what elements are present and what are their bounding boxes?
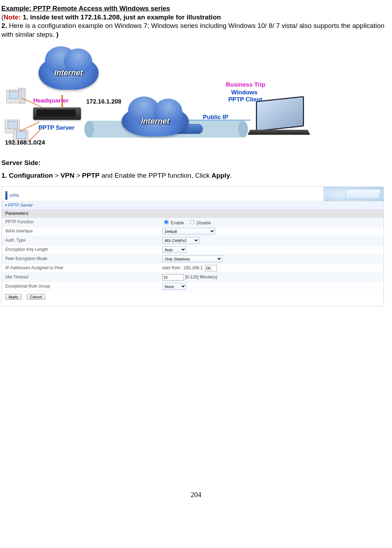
subnet-label: 192.168.1.0/24 (5, 139, 45, 147)
step-1: 1. Configuration > VPN > PPTP and Enable… (1, 171, 391, 180)
business-trip-label: Business Trip (226, 81, 265, 89)
note-1-num: 1. (21, 13, 28, 21)
cloud-label: Internet (54, 68, 83, 78)
input-ip-start[interactable] (205, 265, 217, 271)
step-apply: Apply (211, 172, 230, 179)
example-title: Example: PPTP Remote Access with Windows… (1, 5, 170, 12)
apply-button[interactable]: Apply (5, 294, 22, 300)
note-2-num: 2. (1, 22, 9, 29)
header-graphic-icon (323, 187, 384, 201)
cloud-label: Internet (141, 116, 170, 126)
label-ip-assigned: IP Addresses Assigned to Peer (2, 264, 161, 272)
ip-prefix: start from : 192.168.1. (162, 265, 204, 271)
router-icon (33, 107, 81, 120)
note-2-close: ) (56, 31, 58, 38)
select-peer-encryption[interactable]: Only Stateless (162, 255, 222, 262)
note-1-text: inside test with 172.16.1.208, just an e… (28, 13, 221, 21)
radio-enable-input[interactable] (164, 220, 169, 224)
radio-enable-label: Enable (171, 220, 184, 225)
row-peer-encryption: Peer Encryption Mode Only Stateless (2, 254, 384, 264)
step-pptp: PPTP (82, 172, 100, 179)
label-peer-encryption: Peer Encryption Mode (2, 255, 161, 263)
row-ip-assigned: IP Addresses Assigned to Peer start from… (2, 264, 384, 273)
radio-enable[interactable]: Enable (162, 219, 184, 226)
input-idle-timeout[interactable] (162, 274, 184, 281)
page-number: 204 (1, 490, 391, 499)
breadcrumb-sep: > (53, 172, 61, 179)
row-auth-type: Auth. Type MS-CHAPv2 (2, 236, 384, 245)
panel-buttons: Apply Cancel (2, 291, 384, 306)
label-wan-interface: WAN Interface (2, 228, 161, 235)
laptop-icon (249, 99, 309, 137)
step-vpn: VPN (60, 172, 74, 179)
row-encryption-length: Encryption Key Length Auto (2, 245, 384, 254)
step-rest: and Enable the PPTP function, Click (100, 172, 212, 179)
select-exception-group[interactable]: None (162, 283, 186, 290)
label-encryption-length: Encryption Key Length (2, 246, 161, 254)
label-exception-group: Exceptional Rule Group (2, 283, 161, 290)
headquarter-label: Headquarter (33, 97, 69, 105)
public-ip-label: 172.16.1.208 (86, 98, 121, 106)
radio-disable[interactable]: Disable (188, 219, 211, 226)
idle-suffix: [0-120] Minute(s) (185, 275, 217, 280)
radio-disable-input[interactable] (190, 220, 194, 224)
label-auth-type: Auth. Type (2, 237, 161, 244)
select-wan-interface[interactable]: Default (162, 228, 215, 235)
panel-title: VPN (10, 193, 19, 199)
label-pptp-function: PPTP Function (2, 218, 161, 226)
radio-disable-label: Disable (197, 220, 211, 225)
row-idle-timeout: Idle Timeout [0-120] Minute(s) (2, 273, 384, 282)
internet-cloud-icon: Internet (39, 56, 99, 90)
row-wan-interface: WAN Interface Default (2, 227, 384, 236)
select-encryption-length[interactable]: Auto (162, 246, 186, 253)
lan-line (20, 122, 39, 131)
row-exception-group: Exceptional Rule Group None (2, 282, 384, 291)
vpn-config-panel: VPN PPTP Server Parameters PPTP Function… (1, 187, 384, 306)
win-client-label-2: PPTP Client (228, 96, 262, 104)
step-dot: . (230, 172, 232, 179)
pc-icon (6, 90, 21, 103)
panel-header: VPN (2, 187, 384, 201)
step-configuration: 1. Configuration (1, 172, 53, 179)
note-2-text: Here is a configuration example on Windo… (1, 22, 385, 38)
row-pptp-function: PPTP Function Enable Disable (2, 218, 384, 227)
win-client-label-1: Windows (231, 89, 257, 96)
label-idle-timeout: Idle Timeout (2, 273, 161, 281)
parameters-header: Parameters (2, 210, 384, 218)
server-side-heading: Server Side: (1, 159, 391, 167)
public-ip-text: Public IP (203, 113, 228, 121)
select-auth-type[interactable]: MS-CHAPv2 (162, 237, 199, 244)
internet-cloud-icon: Internet (122, 106, 189, 136)
cancel-button[interactable]: Cancel (27, 294, 45, 300)
parameter-rows: PPTP Function Enable Disable WAN Interfa… (2, 218, 384, 291)
section-pptp-server[interactable]: PPTP Server (2, 201, 384, 210)
breadcrumb-sep: > (74, 172, 82, 179)
network-diagram: PPTP Tunnel Internet Internet 172.16.1.2… (5, 46, 316, 152)
note-label: Note: (4, 13, 21, 21)
pptp-server-label: PPTP Server (39, 124, 75, 132)
header-accent-icon (5, 191, 7, 200)
